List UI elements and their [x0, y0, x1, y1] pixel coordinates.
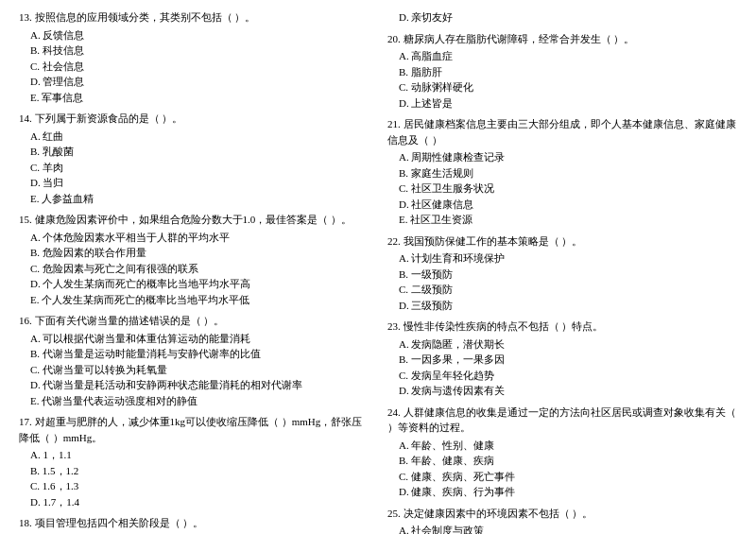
option-item: C. 健康、疾病、死亡事件: [387, 469, 737, 485]
question-title: 16. 下面有关代谢当量的描述错误的是（ ）。: [19, 313, 369, 329]
question-block: 15. 健康危险因素评价中，如果组合危险分数大于1.0，最佳答案是（ ）。A. …: [19, 212, 369, 307]
question-title: 15. 健康危险因素评价中，如果组合危险分数大于1.0，最佳答案是（ ）。: [19, 212, 369, 228]
question-block: 25. 决定健康因素中的环境因素不包括（ ）。A. 社会制度与政策B. 文化背景…: [387, 506, 737, 535]
question-title: 24. 人群健康信息的收集是通过一定的方法向社区居民或调查对象收集有关（ ）等资…: [387, 405, 737, 436]
question-block: 13. 按照信息的应用领域分类，其类别不包括（ ）。A. 反馈信息B. 科技信息…: [19, 9, 369, 105]
option-item: A. 个体危险因素水平相当于人群的平均水平: [19, 230, 369, 246]
question-block: 18. 项目管理包括四个相关阶段是（ ）。A. 风险识别、风险评估、风险处理、风…: [19, 515, 369, 534]
option-item: B. 代谢当量是运动时能量消耗与安静代谢率的比值: [19, 346, 369, 362]
option-item: B. 年龄、健康、疾病: [387, 453, 737, 469]
option-item: E. 代谢当量代表运动强度相对的静值: [19, 393, 369, 409]
option-item: E. 军事信息: [19, 90, 369, 106]
left-column: 13. 按照信息的应用领域分类，其类别不包括（ ）。A. 反馈信息B. 科技信息…: [19, 9, 369, 534]
question-block: 20. 糖尿病人存在脂肪代谢障碍，经常合并发生（ ）。A. 高脂血症B. 脂肪肝…: [387, 31, 737, 112]
option-item: B. 一级预防: [387, 267, 737, 283]
option-item: E. 人参益血精: [19, 191, 369, 207]
question-block: 16. 下面有关代谢当量的描述错误的是（ ）。A. 可以根据代谢当量和体重估算运…: [19, 313, 369, 408]
option-item: A. 反馈信息: [19, 27, 369, 43]
question-title: 23. 慢性非传染性疾病的特点不包括（ ）特点。: [387, 319, 737, 335]
question-block: 14. 下列属于新资源食品的是（ ）。A. 红曲B. 乳酸菌C. 羊肉D. 当归…: [19, 111, 369, 206]
option-item: A. 发病隐匿，潜伏期长: [387, 336, 737, 353]
question-block: 24. 人群健康信息的收集是通过一定的方法向社区居民或调查对象收集有关（ ）等资…: [387, 405, 737, 500]
option-item: E. 社区卫生资源: [387, 212, 737, 228]
option-item: C. 1.6，1.3: [19, 478, 369, 494]
option-item: B. 脂肪肝: [387, 64, 737, 80]
option-item: A. 红曲: [19, 129, 369, 145]
option-item: B. 家庭生活规则: [387, 165, 737, 181]
option-item: B. 危险因素的联合作用量: [19, 245, 369, 261]
option-item: A. 可以根据代谢当量和体重估算运动的能量消耗: [19, 331, 369, 347]
option-item: C. 代谢当量可以转换为耗氧量: [19, 362, 369, 378]
option-item: C. 动脉粥样硬化: [387, 79, 737, 95]
question-title: 21. 居民健康档案信息主要由三大部分组成，即个人基本健康信息、家庭健康信息及（…: [387, 116, 737, 147]
question-block: 21. 居民健康档案信息主要由三大部分组成，即个人基本健康信息、家庭健康信息及（…: [387, 116, 737, 228]
option-item: D. 三级预防: [387, 298, 737, 314]
option-item: B. 科技信息: [19, 43, 369, 59]
right-column: D. 亲切友好20. 糖尿病人存在脂肪代谢障碍，经常合并发生（ ）。A. 高脂血…: [387, 9, 737, 534]
question-title: 17. 对超重与肥胖的人，减少体重1kg可以使收缩压降低（ ）mmHg，舒张压降…: [19, 414, 369, 445]
question-title: 13. 按照信息的应用领域分类，其类别不包括（ ）。: [19, 9, 369, 26]
question-block: 23. 慢性非传染性疾病的特点不包括（ ）特点。A. 发病隐匿，潜伏期长B. 一…: [387, 319, 737, 399]
option-item: D. 亲切友好: [387, 9, 737, 26]
option-item: D. 上述皆是: [387, 95, 737, 112]
option-item: D. 代谢当量是耗活动和安静两种状态能量消耗的相对代谢率: [19, 377, 369, 393]
option-item: A. 1，1.1: [19, 447, 369, 463]
option-item: A. 周期性健康检查记录: [387, 149, 737, 165]
option-item: D. 管理信息: [19, 74, 369, 90]
option-item: A. 年龄、性别、健康: [387, 438, 737, 454]
option-item: D. 健康、疾病、行为事件: [387, 484, 737, 500]
option-item: E. 个人发生某病而死亡的概率比当地平均水平低: [19, 292, 369, 308]
option-item: B. 乳酸菌: [19, 144, 369, 160]
page-container: 13. 按照信息的应用领域分类，其类别不包括（ ）。A. 反馈信息B. 科技信息…: [19, 9, 737, 534]
question-title: 20. 糖尿病人存在脂肪代谢障碍，经常合并发生（ ）。: [387, 31, 737, 47]
option-item: C. 社区卫生服务状况: [387, 181, 737, 197]
question-block: 22. 我国预防保健工作的基本策略是（ ）。A. 计划生育和环境保护B. 一级预…: [387, 233, 737, 314]
option-item: D. 1.7，1.4: [19, 494, 369, 510]
option-item: D. 发病与遗传因素有关: [387, 383, 737, 399]
option-item: D. 个人发生某病而死亡的概率比当地平均水平高: [19, 276, 369, 292]
question-title: 22. 我国预防保健工作的基本策略是（ ）。: [387, 233, 737, 250]
option-item: C. 发病呈年轻化趋势: [387, 368, 737, 384]
option-item: C. 危险因素与死亡之间有很强的联系: [19, 261, 369, 277]
columns-container: 13. 按照信息的应用领域分类，其类别不包括（ ）。A. 反馈信息B. 科技信息…: [19, 9, 737, 534]
question-block: D. 亲切友好: [387, 9, 737, 26]
option-item: A. 高脂血症: [387, 48, 737, 64]
option-item: C. 社会信息: [19, 59, 369, 75]
question-title: 25. 决定健康因素中的环境因素不包括（ ）。: [387, 506, 737, 522]
option-item: C. 羊肉: [19, 160, 369, 176]
option-item: A. 计划生育和环境保护: [387, 250, 737, 267]
option-item: B. 一因多果，一果多因: [387, 352, 737, 368]
question-title: 18. 项目管理包括四个相关阶段是（ ）。: [19, 515, 369, 531]
question-block: 17. 对超重与肥胖的人，减少体重1kg可以使收缩压降低（ ）mmHg，舒张压降…: [19, 414, 369, 509]
question-title: 14. 下列属于新资源食品的是（ ）。: [19, 111, 369, 127]
option-item: D. 社区健康信息: [387, 197, 737, 213]
option-item: B. 1.5，1.2: [19, 463, 369, 479]
option-item: C. 二级预防: [387, 282, 737, 298]
option-item: A. 社会制度与政策: [387, 523, 737, 534]
option-item: D. 当归: [19, 175, 369, 191]
